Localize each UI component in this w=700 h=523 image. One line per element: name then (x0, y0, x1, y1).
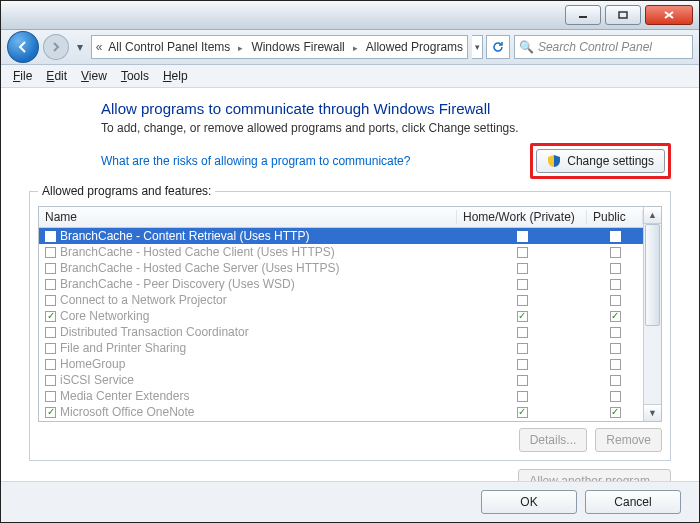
table-row[interactable]: Core Networking (39, 308, 643, 324)
public-checkbox[interactable] (610, 231, 621, 242)
program-name: Media Center Extenders (60, 389, 189, 403)
table-row[interactable]: File and Printer Sharing (39, 340, 643, 356)
menu-bar: File Edit View Tools Help (1, 65, 699, 88)
history-chevron-icon[interactable]: ▾ (73, 33, 87, 61)
homework-checkbox[interactable] (517, 327, 528, 338)
homework-checkbox[interactable] (517, 391, 528, 402)
allow-another-program-button[interactable]: Allow another program... (518, 469, 671, 481)
homework-checkbox[interactable] (517, 263, 528, 274)
allowed-checkbox[interactable] (45, 295, 56, 306)
program-name: Core Networking (60, 309, 149, 323)
breadcrumb-overflow-icon[interactable] (96, 40, 103, 54)
allowed-checkbox[interactable] (45, 263, 56, 274)
menu-view[interactable]: View (75, 67, 113, 85)
homework-checkbox[interactable] (517, 231, 528, 242)
homework-checkbox[interactable] (517, 279, 528, 290)
table-row[interactable]: Microsoft Office OneNote (39, 404, 643, 420)
scrollbar[interactable]: ▲ ▼ (643, 207, 661, 421)
homework-checkbox[interactable] (517, 295, 528, 306)
allowed-checkbox[interactable] (45, 343, 56, 354)
change-settings-highlight: Change settings (530, 143, 671, 179)
public-checkbox[interactable] (610, 311, 621, 322)
allowed-checkbox[interactable] (45, 391, 56, 402)
close-button[interactable] (645, 5, 693, 25)
risk-link[interactable]: What are the risks of allowing a program… (101, 154, 410, 168)
public-checkbox[interactable] (610, 391, 621, 402)
table-row[interactable]: Media Center Extenders (39, 388, 643, 404)
table-row[interactable]: Connect to a Network Projector (39, 292, 643, 308)
homework-checkbox[interactable] (517, 359, 528, 370)
homework-checkbox[interactable] (517, 407, 528, 418)
cancel-button[interactable]: Cancel (585, 490, 681, 514)
content-area: Allow programs to communicate through Wi… (1, 88, 699, 481)
menu-edit[interactable]: Edit (40, 67, 73, 85)
breadcrumb[interactable]: Windows Firewall (251, 40, 344, 54)
table-body: BranchCache - Content Retrieval (Uses HT… (39, 228, 643, 420)
scroll-track[interactable] (644, 224, 661, 404)
search-box[interactable]: 🔍 Search Control Panel (514, 35, 693, 59)
back-button[interactable] (7, 31, 39, 63)
allowed-checkbox[interactable] (45, 231, 56, 242)
allowed-checkbox[interactable] (45, 311, 56, 322)
shield-icon (547, 154, 561, 168)
allowed-checkbox[interactable] (45, 375, 56, 386)
program-name: BranchCache - Hosted Cache Server (Uses … (60, 261, 339, 275)
scroll-down-icon[interactable]: ▼ (644, 404, 661, 421)
public-checkbox[interactable] (610, 327, 621, 338)
public-checkbox[interactable] (610, 359, 621, 370)
details-button[interactable]: Details... (519, 428, 588, 452)
title-bar (1, 1, 699, 30)
public-checkbox[interactable] (610, 375, 621, 386)
allowed-checkbox[interactable] (45, 279, 56, 290)
program-name: BranchCache - Peer Discovery (Uses WSD) (60, 277, 295, 291)
menu-file[interactable]: File (7, 67, 38, 85)
allowed-checkbox[interactable] (45, 327, 56, 338)
programs-table: Name Home/Work (Private) Public BranchCa… (38, 206, 662, 422)
scroll-thumb[interactable] (645, 224, 660, 326)
table-row[interactable]: BranchCache - Peer Discovery (Uses WSD) (39, 276, 643, 292)
allowed-checkbox[interactable] (45, 359, 56, 370)
address-dropdown[interactable]: ▾ (472, 35, 483, 59)
breadcrumb[interactable]: All Control Panel Items (108, 40, 230, 54)
page-subtitle: To add, change, or remove allowed progra… (101, 121, 671, 135)
search-placeholder: Search Control Panel (538, 40, 652, 54)
breadcrumb[interactable]: Allowed Programs (366, 40, 463, 54)
public-checkbox[interactable] (610, 247, 621, 258)
homework-checkbox[interactable] (517, 247, 528, 258)
scroll-up-icon[interactable]: ▲ (644, 207, 661, 224)
column-name[interactable]: Name (39, 210, 457, 224)
remove-button[interactable]: Remove (595, 428, 662, 452)
table-row[interactable]: iSCSI Service (39, 372, 643, 388)
maximize-button[interactable] (605, 5, 641, 25)
program-name: Microsoft Office OneNote (60, 405, 195, 419)
menu-tools[interactable]: Tools (115, 67, 155, 85)
public-checkbox[interactable] (610, 407, 621, 418)
public-checkbox[interactable] (610, 343, 621, 354)
allowed-checkbox[interactable] (45, 407, 56, 418)
forward-button[interactable] (43, 34, 69, 60)
public-checkbox[interactable] (610, 279, 621, 290)
table-row[interactable]: Distributed Transaction Coordinator (39, 324, 643, 340)
table-row[interactable]: BranchCache - Content Retrieval (Uses HT… (39, 228, 643, 244)
table-row[interactable]: BranchCache - Hosted Cache Server (Uses … (39, 260, 643, 276)
ok-button[interactable]: OK (481, 490, 577, 514)
homework-checkbox[interactable] (517, 375, 528, 386)
public-checkbox[interactable] (610, 295, 621, 306)
program-name: HomeGroup (60, 357, 125, 371)
page-title: Allow programs to communicate through Wi… (101, 100, 671, 117)
homework-checkbox[interactable] (517, 311, 528, 322)
change-settings-button[interactable]: Change settings (536, 149, 665, 173)
table-row[interactable]: HomeGroup (39, 356, 643, 372)
allowed-checkbox[interactable] (45, 247, 56, 258)
homework-checkbox[interactable] (517, 343, 528, 354)
minimize-button[interactable] (565, 5, 601, 25)
table-row[interactable]: BranchCache - Hosted Cache Client (Uses … (39, 244, 643, 260)
column-public[interactable]: Public (587, 210, 643, 224)
public-checkbox[interactable] (610, 263, 621, 274)
allowed-programs-group: Allowed programs and features: Name Home… (29, 191, 671, 461)
group-label: Allowed programs and features: (38, 184, 215, 198)
refresh-button[interactable] (486, 35, 510, 59)
column-homework[interactable]: Home/Work (Private) (457, 210, 587, 224)
menu-help[interactable]: Help (157, 67, 194, 85)
address-bar[interactable]: All Control Panel Items Windows Firewall… (91, 35, 468, 59)
